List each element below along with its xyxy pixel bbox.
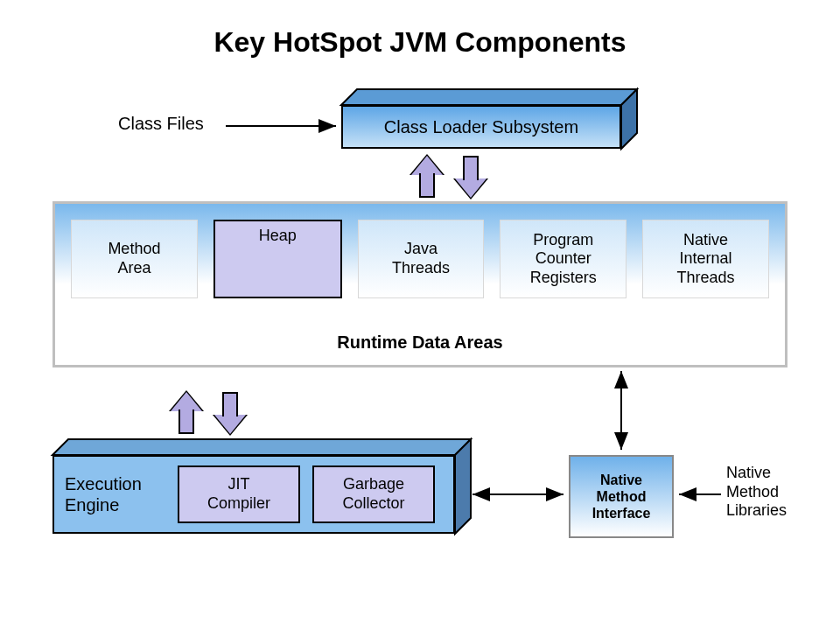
class-loader-block: Class Loader Subsystem — [341, 105, 621, 149]
arrow-down-icon — [455, 156, 486, 198]
svg-marker-0 — [341, 89, 637, 105]
heap-cell: Heap — [214, 220, 342, 298]
class-files-label: Class Files — [118, 114, 204, 134]
method-area-cell: MethodArea — [71, 220, 198, 298]
execution-engine-block: ExecutionEngine JITCompiler GarbageColle… — [52, 455, 455, 534]
svg-marker-1 — [621, 89, 637, 149]
runtime-data-areas-label: Runtime Data Areas — [55, 332, 785, 353]
arrow-up-icon — [411, 156, 443, 198]
pc-registers-cell: ProgramCounterRegisters — [500, 220, 626, 298]
class-loader-label: Class Loader Subsystem — [341, 105, 621, 149]
svg-marker-2 — [52, 439, 471, 455]
svg-marker-3 — [455, 439, 471, 534]
native-internal-threads-cell: NativeInternalThreads — [642, 220, 769, 298]
native-method-interface-box: NativeMethodInterface — [569, 455, 674, 538]
runtime-data-areas: MethodArea Heap JavaThreads ProgramCount… — [52, 201, 788, 368]
arrow-down-icon — [214, 392, 246, 434]
diagram-title: Key HotSpot JVM Components — [0, 26, 840, 59]
native-method-libraries-label: NativeMethodLibraries — [726, 464, 787, 521]
execution-engine-label: ExecutionEngine — [65, 473, 165, 515]
arrow-up-icon — [171, 392, 202, 434]
garbage-collector-cell: GarbageCollector — [312, 466, 435, 523]
jit-compiler-cell: JITCompiler — [178, 466, 300, 523]
java-threads-cell: JavaThreads — [358, 220, 485, 298]
